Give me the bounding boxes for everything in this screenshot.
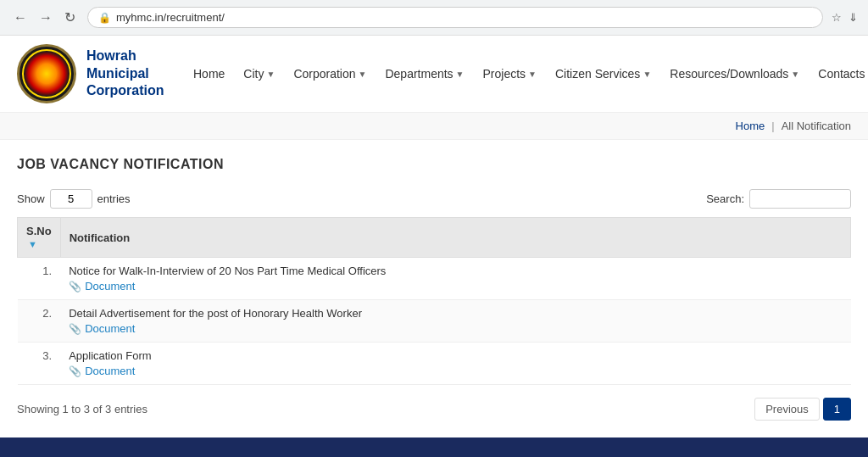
document-link-3[interactable]: 📎Document [69,365,842,377]
table-header: S.No ▼ Notification [18,218,851,258]
row-num-3: 3. [18,343,61,385]
browser-actions: ☆ ⇓ [832,11,858,24]
refresh-button[interactable]: ↻ [61,8,79,27]
document-link-1[interactable]: 📎Document [69,280,842,293]
nav-home[interactable]: Home [186,62,231,86]
logo-area: Howrah Municipal Corporation [17,44,186,103]
site-header: Howrah Municipal Corporation Home City ▼… [0,36,868,113]
col-header-notification: Notification [60,218,850,258]
logo-circle [17,44,76,103]
back-button[interactable]: ← [10,8,31,27]
document-link-2[interactable]: 📎Document [69,322,842,335]
doc-label-2: Document [85,322,135,335]
table-controls: Show entries Search: [17,189,851,209]
prev-page-button[interactable]: Previous [754,398,820,421]
main-nav: Home City ▼ Corporation ▼ Departments ▼ … [186,62,868,86]
pagination-buttons: Previous 1 [754,398,851,421]
citizen-services-dropdown-arrow: ▼ [643,70,651,79]
row-num-2: 2. [18,300,61,343]
notifications-table: S.No ▼ Notification 1.Notice for Walk-In… [17,217,851,385]
resources-dropdown-arrow: ▼ [791,70,799,79]
table-body: 1.Notice for Walk-In-Interview of 20 Nos… [18,258,851,385]
entries-input[interactable] [50,189,92,209]
org-name: Howrah Municipal Corporation [86,47,164,100]
paperclip-icon: 📎 [69,365,81,377]
show-entries-control: Show entries [17,189,131,209]
table-row: 3.Application Form📎Document [18,343,851,385]
nav-departments[interactable]: Departments ▼ [378,62,470,86]
paperclip-icon: 📎 [69,281,81,293]
search-area: Search: [706,189,851,209]
row-num-1: 1. [18,258,61,300]
row-title-1: Notice for Walk-In-Interview of 20 Nos P… [69,265,386,277]
browser-nav-buttons: ← → ↻ [10,8,79,27]
forward-button[interactable]: → [36,8,56,27]
logo-inner [22,49,71,98]
nav-resources[interactable]: Resources/Downloads ▼ [663,62,806,86]
doc-label-3: Document [85,365,135,377]
row-title-3: Application Form [69,349,152,362]
page-title: JOB VACANCY NOTIFICATION [17,157,851,172]
breadcrumb: Home | All Notification [0,113,868,140]
nav-citizen-services[interactable]: Citizen Services ▼ [548,62,658,86]
row-content-1: Notice for Walk-In-Interview of 20 Nos P… [60,258,850,300]
page-1-button[interactable]: 1 [823,398,851,421]
breadcrumb-separator: | [771,120,774,132]
logo-text-area: Howrah Municipal Corporation [86,47,164,100]
projects-dropdown-arrow: ▼ [528,70,537,79]
table-row: 2.Detail Advertisement for the post of H… [18,300,851,343]
entries-label: entries [97,192,131,205]
search-label: Search: [706,192,744,205]
departments-dropdown-arrow: ▼ [456,70,465,79]
row-content-2: Detail Advertisement for the post of Hon… [60,300,850,343]
doc-label-1: Document [85,280,135,293]
paperclip-icon: 📎 [69,323,81,335]
pagination-area: Showing 1 to 3 of 3 entries Previous 1 [17,398,851,421]
download-button[interactable]: ⇓ [849,11,858,24]
nav-city[interactable]: City ▼ [236,62,281,86]
table-row: 1.Notice for Walk-In-Interview of 20 Nos… [18,258,851,300]
site-footer: Quick Links › Sarthac Departments › Heal… [0,437,868,457]
row-title-2: Detail Advertisement for the post of Hon… [69,307,362,320]
showing-text: Showing 1 to 3 of 3 entries [17,403,147,415]
show-label: Show [17,192,45,205]
corporation-dropdown-arrow: ▼ [359,70,367,79]
search-input[interactable] [749,189,851,209]
main-content: JOB VACANCY NOTIFICATION Show entries Se… [0,140,868,437]
sort-icon: ▼ [28,239,37,249]
nav-contacts[interactable]: Contacts [811,62,868,86]
address-bar[interactable]: 🔒 myhmc.in/recruitment/ [87,7,823,28]
col-header-num: S.No ▼ [18,218,61,258]
breadcrumb-home[interactable]: Home [736,120,765,132]
nav-corporation[interactable]: Corporation ▼ [287,62,373,86]
breadcrumb-current: All Notification [782,120,851,132]
url-text: myhmc.in/recruitment/ [116,11,812,24]
nav-projects[interactable]: Projects ▼ [476,62,543,86]
browser-chrome: ← → ↻ 🔒 myhmc.in/recruitment/ ☆ ⇓ [0,0,868,36]
lock-icon: 🔒 [98,12,111,24]
bookmark-button[interactable]: ☆ [832,11,842,24]
row-content-3: Application Form📎Document [60,343,850,385]
city-dropdown-arrow: ▼ [266,70,275,79]
